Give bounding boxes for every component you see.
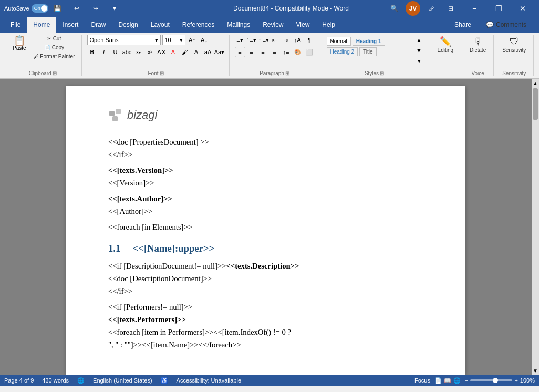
style-normal[interactable]: Normal	[327, 37, 351, 46]
vertical-scrollbar[interactable]: ▲ ▼	[532, 79, 539, 375]
highlight-button[interactable]: 🖌	[180, 47, 190, 57]
increase-indent-button[interactable]: ⇥	[281, 35, 292, 45]
tab-layout[interactable]: Layout	[144, 17, 176, 33]
font-color-button[interactable]: A	[168, 47, 179, 57]
line-spacing-button[interactable]: ↕≡	[281, 47, 292, 57]
clipboard-expand-icon[interactable]: ⊞	[53, 70, 57, 76]
styles-gallery-items: Normal Heading 1 Heading 2 Title	[327, 37, 411, 56]
voice-label: Voice	[467, 70, 489, 76]
zoom-in-button[interactable]: +	[514, 377, 517, 384]
document-page[interactable]: bizagi <<doc [PropertiesDocument] >> <</…	[66, 86, 465, 375]
scroll-down-button[interactable]: ▼	[532, 367, 539, 375]
align-left-button[interactable]: ≡	[235, 47, 245, 57]
share-button[interactable]: Share	[448, 19, 478, 30]
tab-insert[interactable]: Insert	[56, 17, 85, 33]
dictate-button[interactable]: 🎙 Dictate	[467, 35, 489, 55]
format-painter-button[interactable]: 🖌 Format Painter	[32, 53, 77, 60]
cut-button[interactable]: ✂ Cut	[32, 35, 77, 43]
font-shrink-button[interactable]: A↓	[199, 35, 210, 45]
doc-text-9b: <<texts.Description>>	[226, 262, 299, 270]
document-scroll[interactable]: bizagi <<doc [PropertiesDocument] >> <</…	[0, 79, 532, 375]
styles-gallery[interactable]: Normal Heading 1 Heading 2 Title	[325, 35, 413, 58]
align-center-button[interactable]: ≡	[246, 47, 257, 57]
style-heading1[interactable]: Heading 1	[353, 37, 385, 46]
strikethrough-button[interactable]: abc	[122, 47, 132, 57]
font-size2-button[interactable]: aA	[203, 47, 213, 57]
sensitivity-button[interactable]: 🛡 Sensitivity	[499, 35, 529, 55]
font-size-selector[interactable]: 10 ▾	[162, 35, 185, 45]
justify-button[interactable]: ≡	[270, 47, 280, 57]
redo-icon[interactable]: ↪	[88, 1, 103, 16]
focus-label[interactable]: Focus	[414, 377, 430, 384]
styles-expand-icon[interactable]: ⊞	[380, 70, 384, 76]
tab-mailings[interactable]: Mailings	[221, 17, 256, 33]
zoom-slider[interactable]	[470, 379, 512, 381]
doc-line-7: <<foreach [in Elements]>>	[108, 221, 423, 233]
customize-icon[interactable]: ▾	[107, 1, 122, 16]
save-icon[interactable]: 💾	[50, 1, 65, 16]
tab-design[interactable]: Design	[112, 17, 144, 33]
show-formatting-button[interactable]: ¶	[304, 35, 315, 45]
subscript-button[interactable]: x₂	[133, 47, 144, 57]
pen-icon[interactable]: 🖊	[424, 1, 439, 16]
print-layout-button[interactable]: 📄	[434, 377, 442, 384]
read-mode-button[interactable]: 📖	[444, 377, 451, 384]
doc-line-14: <<foreach [item in Performers]>><<[item.…	[108, 326, 423, 338]
paragraph-expand-icon[interactable]: ⊞	[285, 70, 289, 76]
zoom-level[interactable]: 100%	[520, 377, 535, 384]
styles-more-button[interactable]: ▾	[414, 56, 424, 66]
tab-home[interactable]: Home	[27, 17, 56, 33]
bold-button[interactable]: B	[87, 47, 98, 57]
case-button[interactable]: Aa▾	[214, 47, 225, 57]
shading-button[interactable]: 🎨	[293, 47, 303, 57]
comments-button[interactable]: 💬 Comments	[482, 19, 531, 30]
scroll-up-button[interactable]: ▲	[532, 79, 539, 87]
decrease-indent-button[interactable]: ⇤	[270, 35, 280, 45]
style-title[interactable]: Title	[359, 47, 377, 56]
tab-file[interactable]: File	[4, 17, 27, 33]
underline-button[interactable]: U	[110, 47, 121, 57]
tab-draw[interactable]: Draw	[85, 17, 112, 33]
undo-icon[interactable]: ↩	[69, 1, 84, 16]
minimize-button[interactable]: −	[462, 0, 486, 17]
font-grow-button[interactable]: A↑	[187, 35, 198, 45]
doc-line-9: <<if [DescriptionDocument!= null]>><<tex…	[108, 260, 423, 272]
align-right-button[interactable]: ≡	[258, 47, 268, 57]
copy-button[interactable]: 📄 Copy	[32, 44, 77, 51]
ribbon-collapse-icon[interactable]: ⊟	[443, 1, 458, 16]
clear-format-button[interactable]: A✕	[157, 47, 167, 57]
text-color-button[interactable]: A	[191, 47, 202, 57]
styles-down-button[interactable]: ▼	[414, 45, 424, 56]
user-avatar[interactable]: JV	[406, 1, 420, 16]
italic-button[interactable]: I	[99, 47, 109, 57]
paste-label: Paste	[13, 45, 26, 51]
superscript-button[interactable]: x²	[145, 47, 156, 57]
autosave-toggle[interactable]: On	[32, 4, 48, 13]
borders-button[interactable]: ⬜	[304, 47, 315, 57]
search-icon[interactable]: 🔍	[387, 1, 401, 16]
paste-area: 📋 Paste	[8, 35, 30, 52]
doc-text-5: <<[texts.Author]>>	[108, 194, 172, 203]
multilevel-button[interactable]: ⋮≡▾	[258, 35, 268, 45]
tab-references[interactable]: References	[176, 17, 221, 33]
font-expand-icon[interactable]: ⊞	[160, 70, 164, 76]
style-heading2[interactable]: Heading 2	[327, 47, 358, 56]
close-button[interactable]: ✕	[511, 0, 535, 17]
paste-button[interactable]: 📋 Paste	[8, 35, 30, 52]
zoom-out-button[interactable]: −	[465, 377, 468, 384]
restore-button[interactable]: ❐	[486, 0, 511, 17]
bullets-button[interactable]: ≡▾	[235, 35, 245, 45]
autosave-group[interactable]: AutoSave On	[4, 4, 48, 13]
tab-help[interactable]: Help	[316, 17, 341, 33]
scroll-track[interactable]	[532, 87, 539, 367]
sort-button[interactable]: ↕A	[293, 35, 303, 45]
tab-view[interactable]: View	[290, 17, 316, 33]
font-selector[interactable]: Open Sans ▾	[87, 35, 161, 45]
scroll-thumb[interactable]	[533, 88, 538, 120]
numbering-button[interactable]: 1≡▾	[246, 35, 257, 45]
editing-button[interactable]: ✏️ Editing	[434, 35, 457, 55]
web-layout-button[interactable]: 🌐	[453, 377, 461, 384]
styles-up-button[interactable]: ▲	[414, 35, 424, 45]
tab-review[interactable]: Review	[256, 17, 289, 33]
ribbon-right: Share 💬 Comments	[448, 19, 535, 30]
